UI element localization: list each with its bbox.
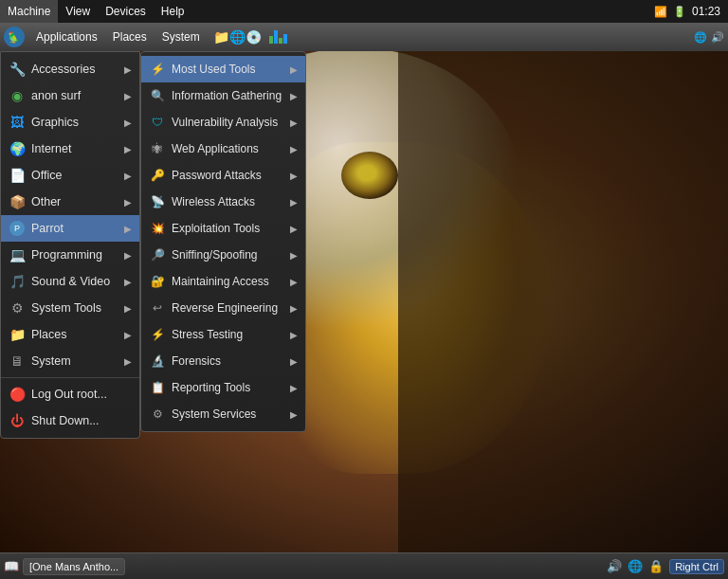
parrot-logo-icon: 🦜 — [8, 31, 21, 44]
vuln-analysis-label: Vulnerability Analysis — [172, 116, 278, 129]
submenu-vuln-analysis[interactable]: 🛡 Vulnerability Analysis ▶ — [141, 109, 305, 136]
top-menu-view[interactable]: View — [58, 0, 98, 23]
submenu-info-gathering[interactable]: 🔍 Information Gathering ▶ — [141, 82, 305, 109]
logout-icon: 🔴 — [9, 386, 26, 403]
other-icon: 📦 — [9, 193, 26, 210]
parrot-submenu: ⚡ Most Used Tools ▶ 🔍 Information Gather… — [140, 51, 306, 432]
places-icon: 📁 — [9, 326, 26, 343]
menu-item-system-tools[interactable]: ⚙ System Tools ▶ — [1, 295, 139, 321]
submenu-reverse-engineering[interactable]: ↩ Reverse Engineering ▶ — [141, 295, 305, 321]
info-gathering-icon: 🔍 — [149, 87, 166, 104]
sound-video-label: Sound & Video — [31, 275, 124, 288]
most-used-label: Most Used Tools — [172, 63, 255, 76]
forensics-arrow: ▶ — [290, 356, 298, 367]
menu-item-shutdown[interactable]: ⏻ Shut Down... — [1, 407, 139, 434]
menu-item-graphics[interactable]: 🖼 Graphics ▶ — [1, 109, 139, 136]
submenu-forensics[interactable]: 🔬 Forensics ▶ — [141, 348, 305, 374]
taskbar-tray-network[interactable]: 🌐 — [628, 559, 643, 573]
menu-item-office[interactable]: 📄 Office ▶ — [1, 162, 139, 189]
network-monitor — [269, 30, 287, 44]
wireless-attacks-label: Wireless Attacks — [172, 195, 255, 208]
exploitation-arrow: ▶ — [290, 224, 298, 234]
menu-item-logout[interactable]: 🔴 Log Out root... — [1, 381, 139, 407]
top-menu-bar: Machine View Devices Help 📶 🔋 01:23 — [0, 0, 728, 23]
anonsurf-arrow: ▶ — [124, 91, 132, 101]
system-tools-arrow: ▶ — [124, 303, 132, 314]
maintaining-access-icon: 🔐 — [149, 273, 166, 290]
top-menu-help[interactable]: Help — [154, 0, 192, 23]
panel-icon-2[interactable]: 🌐 — [229, 29, 246, 45]
submenu-reporting-tools[interactable]: 📋 Reporting Tools ▶ — [141, 374, 305, 401]
panel-icon-1[interactable]: 📁 — [213, 29, 229, 45]
parrot-label: Parrot — [31, 222, 124, 235]
system-menu-button[interactable]: System — [155, 28, 208, 45]
submenu-web-apps[interactable]: 🕷 Web Applications ▶ — [141, 136, 305, 162]
system-services-label: System Services — [172, 407, 256, 421]
menu-item-other[interactable]: 📦 Other ▶ — [1, 189, 139, 215]
submenu-stress-testing[interactable]: ⚡ Stress Testing ▶ — [141, 321, 305, 348]
parrot-circle-icon: P — [9, 221, 25, 236]
system-icon: 🖥 — [9, 353, 26, 370]
stress-testing-icon: ⚡ — [149, 326, 166, 343]
menu-item-sound-video[interactable]: 🎵 Sound & Video ▶ — [1, 268, 139, 295]
top-menu-machine[interactable]: Machine — [0, 0, 58, 23]
anonsurf-label: anon surf — [31, 89, 124, 102]
accessories-arrow: ▶ — [124, 64, 132, 75]
panel-right: 🌐 🔊 — [694, 31, 724, 44]
shutdown-label: Shut Down... — [31, 414, 132, 427]
applications-menu-button[interactable]: Applications — [28, 28, 105, 45]
taskbar-tray-lock[interactable]: 🔒 — [648, 559, 664, 573]
menu-item-programming[interactable]: 💻 Programming ▶ — [1, 242, 139, 268]
submenu-sniffing[interactable]: 🔎 Sniffing/Spoofing ▶ — [141, 242, 305, 268]
system-arrow: ▶ — [124, 356, 132, 367]
password-attacks-label: Password Attacks — [172, 169, 262, 182]
system-tools-icon: ⚙ — [9, 299, 26, 317]
menu-separator-1 — [1, 377, 139, 378]
menu-item-places[interactable]: 📁 Places ▶ — [1, 321, 139, 348]
reverse-engineering-icon: ↩ — [149, 299, 166, 317]
submenu-most-used[interactable]: ⚡ Most Used Tools ▶ — [141, 56, 305, 82]
menu-item-parrot[interactable]: P Parrot ▶ — [1, 215, 139, 242]
wireless-attacks-icon: 📡 — [149, 193, 166, 210]
system-services-arrow: ▶ — [290, 409, 298, 420]
system-services-icon: ⚙ — [149, 406, 166, 423]
taskbar-tray-sound[interactable]: 🔊 — [607, 559, 622, 573]
menu-item-anonsurf[interactable]: ◉ anon surf ▶ — [1, 82, 139, 109]
web-apps-label: Web Applications — [172, 142, 259, 155]
submenu-wireless-attacks[interactable]: 📡 Wireless Attacks ▶ — [141, 189, 305, 215]
vm-indicator: Right Ctrl — [669, 559, 724, 574]
menu-item-internet[interactable]: 🌍 Internet ▶ — [1, 136, 139, 162]
menu-item-accessories[interactable]: 🔧 Accessories ▶ — [1, 56, 139, 82]
submenu-password-attacks[interactable]: 🔑 Password Attacks ▶ — [141, 162, 305, 189]
accessories-label: Accessories — [31, 63, 124, 76]
office-arrow: ▶ — [124, 171, 132, 181]
menu-item-system[interactable]: 🖥 System ▶ — [1, 348, 139, 374]
password-attacks-icon: 🔑 — [149, 167, 166, 184]
shutdown-icon: ⏻ — [9, 412, 26, 429]
accessories-icon: 🔧 — [9, 61, 26, 78]
stress-testing-label: Stress Testing — [172, 328, 243, 341]
web-apps-icon: 🕷 — [149, 140, 166, 157]
places-menu-button[interactable]: Places — [105, 28, 155, 45]
office-label: Office — [31, 169, 124, 182]
internet-label: Internet — [31, 142, 124, 155]
taskbar: 📖 [One Mans Antho... 🔊 🌐 🔒 Right Ctrl — [0, 552, 728, 579]
programming-icon: 💻 — [9, 246, 26, 263]
network-indicator-icon: 📶 — [654, 6, 667, 18]
info-gathering-label: Information Gathering — [172, 89, 282, 102]
taskbar-app-item[interactable]: [One Mans Antho... — [23, 558, 125, 575]
graphics-arrow: ▶ — [124, 118, 132, 128]
submenu-system-services[interactable]: ⚙ System Services ▶ — [141, 401, 305, 427]
clock: 01:23 — [692, 5, 720, 18]
panel-icon-3[interactable]: 💿 — [246, 29, 262, 45]
taskbar-app-icon: 📖 — [4, 559, 19, 573]
parrot-arrow: ▶ — [124, 224, 132, 234]
submenu-maintaining-access[interactable]: 🔐 Maintaining Access ▶ — [141, 268, 305, 295]
internet-arrow: ▶ — [124, 144, 132, 154]
most-used-icon: ⚡ — [149, 61, 166, 78]
graphics-label: Graphics — [31, 116, 124, 129]
top-menu-devices[interactable]: Devices — [98, 0, 154, 23]
sniffing-label: Sniffing/Spoofing — [172, 248, 258, 262]
forensics-icon: 🔬 — [149, 353, 166, 370]
submenu-exploitation[interactable]: 💥 Exploitation Tools ▶ — [141, 215, 305, 242]
